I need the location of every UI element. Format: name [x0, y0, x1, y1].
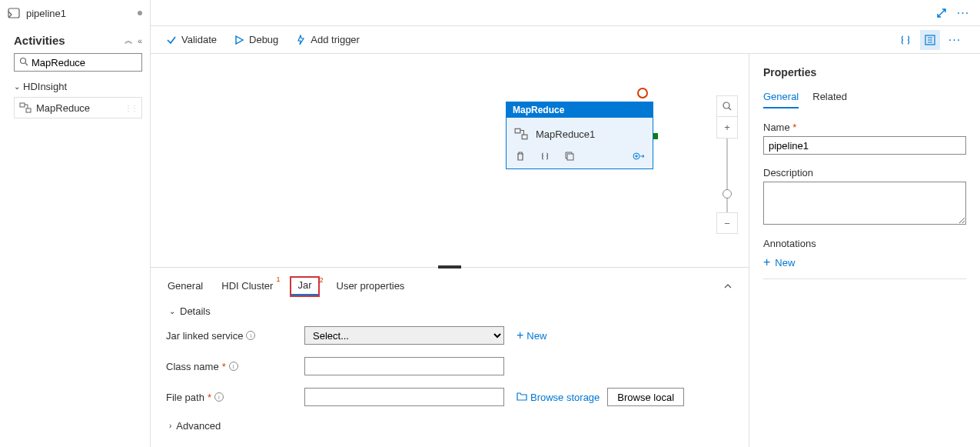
svg-point-1	[21, 58, 26, 63]
pipeline-name-input[interactable]	[763, 136, 966, 155]
debug-button[interactable]: Debug	[234, 34, 278, 45]
properties-title: Properties	[763, 66, 966, 78]
mapreduce-icon	[19, 102, 32, 114]
tab-hdi-cluster[interactable]: HDI Cluster1	[220, 277, 274, 298]
activity-mapreduce[interactable]: MapReduce ⋮⋮	[14, 97, 142, 118]
pipeline-name: pipeline1	[26, 8, 66, 19]
activity-label: MapReduce	[36, 102, 90, 114]
section-advanced[interactable]: › Advanced	[166, 412, 733, 435]
add-trigger-button[interactable]: Add trigger	[295, 34, 360, 45]
properties-panel: Properties General Related Name * Descri…	[749, 54, 980, 447]
search-icon	[19, 57, 28, 68]
code-view-button[interactable]	[895, 30, 915, 50]
tab-jar[interactable]: Jar2	[290, 276, 319, 297]
copy-icon[interactable]	[563, 150, 576, 162]
name-label: Name *	[763, 122, 966, 133]
trigger-icon	[295, 35, 306, 45]
chevron-down-icon: ⌄	[14, 82, 20, 91]
class-name-label: Class name * i	[166, 361, 297, 372]
jar-linked-label: Jar linked service i	[166, 330, 297, 342]
play-icon	[234, 35, 244, 45]
jar-linked-service-select[interactable]: Select...	[304, 326, 504, 345]
group-hdinsight[interactable]: ⌄ HDInsight	[0, 78, 150, 95]
activities-search[interactable]	[14, 53, 142, 72]
expand-icon[interactable]	[934, 5, 949, 21]
svg-point-15	[723, 102, 729, 108]
activities-bar: Activities ︽ «	[0, 26, 150, 53]
group-label: HDInsight	[23, 81, 67, 92]
svg-line-2	[25, 63, 28, 65]
mapreduce-icon	[514, 127, 528, 141]
collapse-all-icon[interactable]: ︽	[125, 35, 133, 46]
tab-general[interactable]: General	[166, 277, 204, 298]
browse-local-button[interactable]: Browse local	[607, 388, 684, 406]
zoom-fit-button[interactable]	[716, 95, 738, 117]
pipeline-header: pipeline1	[0, 0, 150, 26]
grip-icon: ⋮⋮	[125, 104, 137, 112]
toolbar-more-button[interactable]: ···	[945, 30, 965, 50]
svg-line-16	[729, 108, 731, 110]
topbar: ···	[151, 0, 980, 26]
zoom-track[interactable]	[726, 138, 728, 212]
unsaved-dot-icon	[138, 11, 142, 15]
chevron-right-icon: ›	[169, 422, 171, 430]
activity-details-panel: General HDI Cluster1 Jar2 User propertie…	[151, 267, 749, 447]
validation-error-icon	[637, 88, 648, 98]
tab-user-properties[interactable]: User properties	[335, 277, 407, 298]
more-icon[interactable]: ···	[955, 5, 971, 21]
search-input[interactable]	[32, 57, 137, 68]
delete-icon[interactable]	[514, 150, 527, 162]
description-label: Description	[763, 167, 966, 178]
validate-button[interactable]: Validate	[166, 34, 217, 45]
description-input[interactable]	[763, 182, 966, 225]
collapse-panel-icon[interactable]	[723, 281, 733, 294]
svg-rect-4	[26, 108, 31, 112]
browse-storage-button[interactable]: Browse storage	[517, 392, 600, 403]
drag-handle[interactable]	[438, 265, 461, 269]
section-details[interactable]: ⌄ Details	[166, 298, 733, 320]
zoom-handle[interactable]	[723, 189, 732, 198]
main-area: ··· Validate Debug Add trigger	[151, 0, 980, 447]
node-mapreduce[interactable]: MapReduce MapReduce1	[506, 102, 653, 169]
zoom-control: + −	[716, 95, 738, 234]
pipeline-canvas[interactable]: MapReduce MapReduce1	[151, 54, 749, 267]
info-icon[interactable]: i	[246, 331, 255, 340]
activities-title: Activities	[14, 34, 123, 47]
svg-rect-11	[567, 154, 573, 160]
add-output-icon[interactable]	[633, 150, 645, 162]
pipeline-toolbar: Validate Debug Add trigger	[151, 26, 980, 54]
class-name-input[interactable]	[304, 357, 504, 375]
chevron-down-icon: ⌄	[169, 307, 175, 315]
pipeline-icon	[8, 7, 20, 19]
activities-sidebar: pipeline1 Activities ︽ « ⌄ HDInsight Map…	[0, 0, 151, 447]
zoom-in-button[interactable]: +	[716, 117, 738, 138]
node-type-label: MapReduce	[507, 102, 653, 118]
svg-rect-9	[515, 128, 520, 133]
check-icon	[166, 35, 177, 45]
info-icon[interactable]: i	[214, 392, 224, 402]
file-path-label: File path * i	[166, 392, 297, 403]
svg-rect-3	[20, 103, 25, 107]
zoom-out-button[interactable]: −	[716, 212, 738, 234]
code-icon[interactable]	[539, 150, 551, 162]
collapse-panel-icon[interactable]: «	[138, 36, 142, 45]
node-name: MapReduce1	[536, 128, 595, 140]
plus-icon: +	[517, 329, 523, 342]
folder-icon	[517, 392, 527, 403]
info-icon[interactable]: i	[229, 362, 238, 371]
new-annotation-button[interactable]: + New	[763, 255, 795, 269]
properties-toggle-button[interactable]	[920, 30, 940, 50]
svg-rect-10	[522, 135, 527, 139]
file-path-input[interactable]	[304, 388, 504, 406]
props-tab-general[interactable]: General	[763, 89, 799, 108]
output-port[interactable]	[653, 133, 658, 139]
props-tab-related[interactable]: Related	[812, 89, 847, 108]
plus-icon: +	[763, 255, 770, 269]
annotations-label: Annotations	[763, 238, 966, 249]
new-linked-service-button[interactable]: + New	[517, 329, 546, 342]
